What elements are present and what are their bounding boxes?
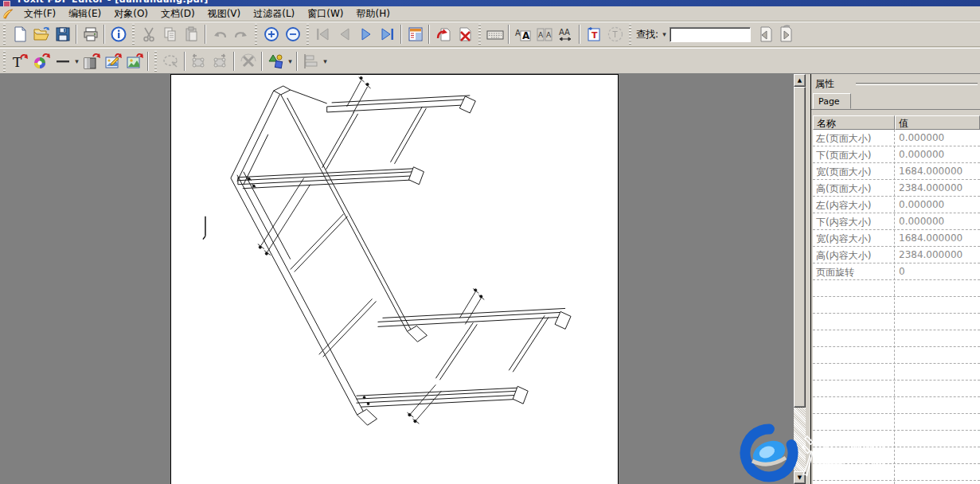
edit-image-button[interactable] [102,50,123,72]
delete-object-button[interactable] [237,50,259,72]
page-layout-button[interactable] [404,24,426,45]
font-editor-button[interactable]: AA [512,24,533,45]
color-editor-button[interactable] [30,50,52,72]
add-text-object-icon: T [10,52,29,71]
replace-image-button[interactable] [123,50,145,72]
align-objects-dropdown[interactable]: ▾ [322,57,329,65]
find-input[interactable] [670,27,751,42]
copy-button[interactable] [159,24,181,45]
prop-value[interactable]: 0.000000 [894,146,980,162]
prop-value[interactable]: 1684.000000 [894,230,980,246]
table-row[interactable]: 下(内容大小)0.000000 [813,213,980,230]
document-menu-icon[interactable] [2,8,14,20]
virtual-keyboard-button[interactable] [484,24,506,45]
scroll-down-button[interactable]: ▼ [794,471,806,484]
menu-document[interactable]: 文档(D) [154,6,201,21]
last-page-button[interactable] [377,24,398,45]
properties-table: 名称 值 左(页面大小)0.000000 下(页面大小)0.000000 宽(页… [813,115,980,484]
zoom-in-button[interactable] [260,24,282,45]
toolbar-gripper[interactable] [629,24,631,45]
first-page-button[interactable] [312,24,334,45]
scrollbar-thumb[interactable] [794,87,806,408]
scroll-up-button[interactable]: ▲ [794,74,806,87]
rotate-left-icon [189,52,209,71]
previous-page-icon [335,25,354,43]
draw-shapes-button[interactable] [265,50,287,72]
tab-page[interactable]: Page [813,93,851,109]
print-button[interactable] [80,24,101,45]
empty-row [813,414,980,431]
open-file-button[interactable] [30,24,52,45]
save-file-button[interactable] [52,24,73,45]
prop-name: 高(内容大小) [813,247,894,263]
toolbar-gripper[interactable] [132,24,135,45]
shading-editor-button[interactable] [80,50,102,72]
menu-help[interactable]: 帮助(H) [350,6,396,21]
rotate-left-button[interactable] [188,50,209,72]
rotate-right-button[interactable] [209,50,231,72]
menu-object[interactable]: 对象(O) [107,6,154,21]
insert-page-button[interactable] [432,24,454,45]
draw-shapes-dropdown[interactable]: ▾ [287,57,294,65]
table-row[interactable]: 高(页面大小)2384.000000 [813,180,980,197]
redo-button[interactable] [230,24,252,45]
vertical-scrollbar[interactable]: ▲ ▼ [794,74,806,484]
prop-value[interactable]: 0.000000 [894,130,980,146]
column-header-name[interactable]: 名称 [813,115,895,130]
find-history-dropdown[interactable]: ▾ [661,30,668,38]
pdf-page[interactable] [170,74,619,484]
table-row[interactable]: 宽(页面大小)1684.000000 [813,163,980,180]
menu-view[interactable]: 视图(V) [201,6,248,21]
menu-window[interactable]: 窗口(W) [301,6,349,21]
toolbar-gripper[interactable] [255,24,257,45]
toolbar-gripper[interactable] [306,24,309,45]
text-region-button[interactable]: T [604,24,626,45]
line-style-button[interactable] [52,50,73,72]
new-document-button[interactable] [9,24,30,45]
select-objects-button[interactable] [160,50,182,72]
panel-splitter[interactable] [806,74,811,484]
line-style-dropdown[interactable]: ▾ [73,57,80,65]
table-row[interactable]: 页面旋转0 [813,263,980,280]
toolbar-gripper[interactable] [3,51,6,72]
toolbar-gripper[interactable] [3,24,6,45]
paste-button[interactable] [181,24,202,45]
undo-button[interactable] [209,24,230,45]
table-row[interactable]: 宽(内容大小)1684.000000 [813,230,980,247]
prop-value[interactable]: 0.000000 [894,197,980,213]
canvas-workspace[interactable] [0,74,794,484]
toolbar-gripper[interactable] [154,51,157,72]
column-header-value[interactable]: 值 [895,115,980,130]
table-row[interactable]: 下(页面大小)0.000000 [813,146,980,163]
copy-icon [162,25,179,43]
cut-button[interactable] [138,24,159,45]
menu-edit[interactable]: 编辑(E) [62,6,107,21]
find-next-button[interactable] [775,24,797,45]
table-row[interactable]: 左(内容大小)0.000000 [813,197,980,213]
prop-value[interactable]: 0 [894,263,980,279]
add-text-object-button[interactable]: T [9,50,30,72]
next-page-button[interactable] [355,24,377,45]
prop-value[interactable]: 0.000000 [894,213,980,229]
char-spacing-button[interactable]: AA [555,24,576,45]
prop-value[interactable]: 1684.000000 [894,163,980,179]
find-previous-button[interactable] [754,24,775,45]
ladder-frame-drawing [171,75,618,483]
table-row[interactable]: 左(页面大小)0.000000 [813,130,980,146]
toolbar-gripper[interactable] [478,24,481,45]
kerning-button[interactable]: AA [533,24,555,45]
align-objects-button[interactable] [300,50,322,72]
menu-filter[interactable]: 过滤器(L) [247,6,301,21]
replace-image-icon [125,52,144,71]
menu-file[interactable]: 文件(F) [18,6,62,21]
edit-image-icon [103,52,123,71]
toolbar-separator [296,52,298,71]
zoom-out-button[interactable] [282,24,303,45]
table-row[interactable]: 高(内容大小)2384.000000 [813,247,980,263]
document-info-button[interactable] [107,24,129,45]
prop-value[interactable]: 2384.000000 [894,180,980,196]
prop-value[interactable]: 2384.000000 [894,247,980,263]
previous-page-button[interactable] [334,24,355,45]
add-text-button[interactable]: T [583,24,604,45]
delete-page-button[interactable] [454,24,475,45]
